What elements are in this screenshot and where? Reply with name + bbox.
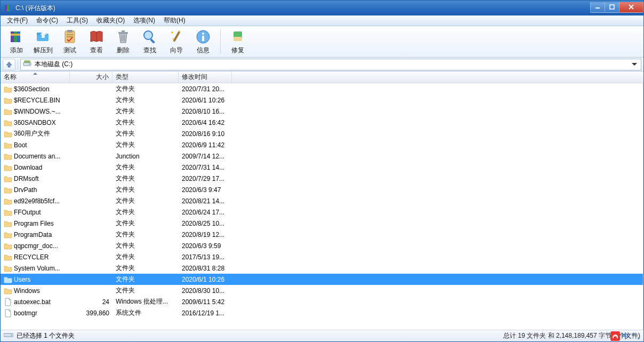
file-type: 文件夹 (112, 275, 179, 284)
svg-rect-5 (11, 31, 14, 42)
ime-punct-icon[interactable]: °， (631, 331, 642, 341)
column-name[interactable]: 名称 (1, 71, 70, 83)
file-date: 2020/7/31 14... (179, 164, 232, 171)
svg-rect-8 (11, 34, 20, 36)
svg-rect-1 (7, 5, 9, 11)
maximize-button[interactable] (605, 2, 619, 13)
svg-rect-12 (67, 30, 73, 33)
extract-icon (35, 28, 52, 45)
tool-delete[interactable]: 删除 (110, 27, 136, 56)
folder-icon (4, 275, 12, 284)
file-size: 24 (70, 298, 112, 306)
svg-rect-17 (122, 30, 125, 32)
table-row[interactable]: Windows文件夹2020/8/30 10... (1, 285, 643, 296)
table-row[interactable]: Users文件夹2020/6/1 10:26 (1, 274, 643, 285)
file-date: 2009/7/14 12... (179, 153, 232, 160)
table-row[interactable]: Documents an...Junction2009/7/14 12... (1, 150, 643, 162)
tool-find[interactable]: 查找 (137, 27, 163, 56)
up-button[interactable] (3, 59, 15, 70)
menu-item-5[interactable]: 帮助(H) (159, 15, 190, 26)
tool-info[interactable]: 信息 (190, 27, 216, 56)
file-type: Junction (112, 153, 179, 160)
tool-add[interactable]: 添加 (4, 27, 29, 56)
table-row[interactable]: 360用户文件文件夹2020/8/16 9:10 (1, 128, 643, 139)
menu-item-2[interactable]: 工具(S) (62, 15, 92, 26)
ime-label[interactable]: 中 (622, 331, 629, 341)
status-disk-icon (4, 332, 13, 340)
svg-point-34 (29, 63, 30, 65)
menu-item-4[interactable]: 选项(N) (129, 15, 159, 26)
table-row[interactable]: ed92e9f8b5fcf...文件夹2020/8/21 14... (1, 195, 643, 206)
table-row[interactable]: $360Section文件夹2020/7/31 20... (1, 83, 643, 94)
table-row[interactable]: RECYCLER文件夹2017/5/13 19... (1, 251, 643, 263)
svg-rect-29 (202, 36, 204, 41)
file-name: 360用户文件 (14, 129, 50, 138)
file-name: Boot (14, 141, 27, 149)
file-name: 360SANDBOX (14, 119, 56, 126)
tool-repair[interactable]: 修复 (225, 27, 251, 56)
menu-item-0[interactable]: 文件(F) (3, 15, 32, 26)
file-name: qqpcmgr_doc... (14, 242, 58, 250)
file-icon (4, 298, 12, 306)
file-name: Download (14, 164, 42, 171)
folder-icon (4, 264, 12, 273)
file-date: 2020/6/9 11:42 (179, 141, 232, 149)
folder-icon (4, 197, 12, 205)
table-row[interactable]: System Volum...文件夹2020/8/31 8:28 (1, 263, 643, 274)
folder-icon (4, 242, 12, 250)
status-bar: 已经选择 1 个文件夹 总计 19 文件夹 和 2,148,189,457 字节… (1, 330, 643, 341)
ime-icon[interactable] (610, 331, 620, 341)
menu-item-1[interactable]: 命令(C) (32, 15, 62, 26)
file-date: 2020/6/4 16:42 (179, 119, 232, 126)
table-row[interactable]: 360SANDBOX文件夹2020/6/4 16:42 (1, 117, 643, 128)
table-row[interactable]: autoexec.bat24Windows 批处理...2009/6/11 5:… (1, 296, 643, 307)
svg-rect-2 (9, 5, 11, 11)
folder-icon (4, 230, 12, 239)
table-row[interactable]: qqpcmgr_doc...文件夹2020/6/3 9:59 (1, 240, 643, 251)
file-name: autoexec.bat (14, 298, 51, 306)
table-row[interactable]: Boot文件夹2020/6/9 11:42 (1, 139, 643, 150)
dropdown-icon[interactable] (630, 63, 639, 66)
folder-icon (4, 287, 12, 295)
table-row[interactable]: $RECYCLE.BIN文件夹2020/6/1 10:26 (1, 94, 643, 106)
svg-rect-3 (595, 7, 600, 9)
file-type: 文件夹 (112, 140, 179, 149)
tool-view[interactable]: 查看 (84, 27, 109, 56)
file-name: FFOutput (14, 209, 41, 216)
tool-label: 查找 (143, 46, 156, 55)
menu-item-3[interactable]: 收藏夹(O) (92, 15, 129, 26)
tool-extract[interactable]: 解压到 (30, 27, 56, 56)
path-combobox[interactable]: 本地磁盘 (C:) (20, 59, 641, 70)
file-list[interactable]: $360Section文件夹2020/7/31 20...$RECYCLE.BI… (1, 83, 643, 330)
tool-test[interactable]: 测试 (57, 27, 83, 56)
file-name: System Volum... (14, 265, 60, 272)
folder-icon (4, 141, 12, 149)
table-row[interactable]: Program Files文件夹2020/8/25 10... (1, 218, 643, 229)
file-name: ProgramData (14, 231, 52, 238)
separator (18, 59, 18, 70)
column-size[interactable]: 大小 (70, 71, 112, 83)
svg-point-21 (144, 31, 152, 39)
table-row[interactable]: Download文件夹2020/7/31 14... (1, 162, 643, 173)
table-row[interactable]: bootmgr399,860系统文件2016/12/19 1... (1, 307, 643, 319)
svg-point-36 (11, 335, 12, 336)
table-row[interactable]: ProgramData文件夹2020/8/19 12... (1, 229, 643, 240)
table-row[interactable]: DrvPath文件夹2020/6/3 9:47 (1, 184, 643, 195)
title-bar: C:\ (评估版本) (1, 1, 643, 15)
file-date: 2020/8/19 12... (179, 231, 232, 238)
minimize-button[interactable] (590, 2, 605, 13)
table-row[interactable]: $WINDOWS.~...文件夹2020/8/10 16... (1, 106, 643, 117)
column-type[interactable]: 类型 (112, 71, 179, 83)
folder-icon (4, 130, 12, 138)
svg-rect-0 (5, 5, 7, 11)
file-name: Documents an... (14, 153, 60, 160)
table-row[interactable]: FFOutput文件夹2020/6/24 17... (1, 206, 643, 218)
file-name: bootmgr (14, 309, 37, 317)
close-button[interactable] (619, 2, 643, 13)
tool-wizard[interactable]: 向导 (164, 27, 189, 56)
test-icon (61, 28, 78, 45)
table-row[interactable]: DRMsoft文件夹2020/7/29 17... (1, 173, 643, 184)
column-date[interactable]: 修改时间 (179, 71, 232, 83)
file-name: $360Section (14, 85, 50, 93)
file-type: 文件夹 (112, 96, 179, 105)
